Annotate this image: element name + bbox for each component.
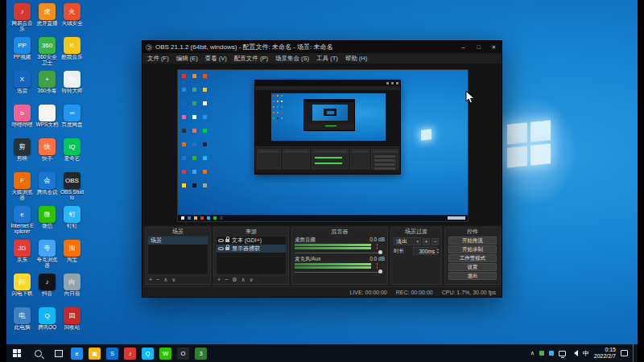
desktop-icon[interactable]: 微 微信 [35, 206, 60, 240]
volume-slider[interactable] [295, 249, 385, 256]
visibility-eye-icon[interactable] [218, 239, 224, 242]
desktop-icon[interactable]: 转 转转大师 [60, 71, 85, 105]
taskbar-app-icon[interactable]: S [106, 348, 118, 360]
scenes-toolbar-button[interactable]: − [156, 277, 159, 282]
remove-transition-button[interactable]: − [431, 238, 439, 245]
desktop-icon[interactable]: 向 向日葵 [60, 274, 85, 307]
network-icon[interactable] [559, 351, 566, 356]
control-button[interactable]: 工作室模式 [448, 254, 497, 262]
desktop-icon[interactable]: W WPS文档 [35, 105, 60, 138]
desktop-icon[interactable]: ♪ 网易云音乐 [10, 3, 35, 37]
volume-slider-knob[interactable] [378, 269, 382, 274]
sources-toolbar-button[interactable]: ⚙ [232, 277, 237, 282]
duration-value[interactable]: 300ms [413, 247, 437, 255]
task-view-button[interactable] [48, 344, 69, 362]
transition-dropdown[interactable]: 淡出 ▾ [394, 237, 421, 245]
taskbar-app-icon[interactable]: e [71, 348, 83, 360]
desktop-icon[interactable]: + 360杀毒 [35, 71, 60, 105]
taskbar-clock[interactable]: 0:15 2022/2/7 [594, 347, 616, 360]
obs-titlebar[interactable]: OBS 21.1.2 (64bit, windows) - 配置文件: 未命名 … [142, 41, 502, 53]
control-button[interactable]: 开始录制 [448, 245, 497, 253]
maximize-button[interactable]: □ [471, 41, 486, 53]
minimize-button[interactable]: – [456, 41, 471, 53]
menu-item[interactable]: 配置文件 (P) [234, 55, 268, 63]
desktop-icon[interactable]: 淘 淘宝 [60, 240, 85, 274]
lock-icon[interactable] [225, 247, 229, 250]
lock-icon[interactable] [225, 239, 229, 242]
desktop-icon[interactable]: PP PP视频 [10, 37, 35, 71]
preview-area[interactable] [142, 64, 502, 225]
desktop-icon[interactable]: 回 回收站 [60, 307, 85, 341]
source-item[interactable]: 显示器捕获 [217, 245, 286, 253]
spinner-arrows[interactable]: ▴ ▾ [437, 248, 439, 254]
taskbar-app-icon[interactable]: ♪ [124, 348, 136, 360]
desktop-icon[interactable]: K 酷我音乐 [60, 37, 85, 71]
desktop-icon[interactable]: 剪 剪映 [10, 138, 35, 172]
desktop-icon[interactable]: 火 火绒安全 [60, 3, 85, 37]
desktop-icon[interactable]: 虎 虎牙直播 [35, 3, 60, 37]
tray-app-icon[interactable] [549, 351, 554, 356]
desktop-icon[interactable]: 夸 夸克浏览器 [35, 240, 60, 274]
desktop-icon[interactable]: ♪ 抖音 [35, 274, 60, 307]
control-button[interactable]: 设置 [448, 263, 497, 271]
scenes-toolbar-button[interactable]: + [149, 277, 152, 282]
tray-expand-chevron-icon[interactable]: ∧ [530, 350, 535, 356]
live-time: LIVE: 00:00:00 [349, 290, 386, 295]
add-transition-button[interactable]: + [423, 238, 430, 245]
start-button[interactable] [6, 344, 27, 362]
sources-toolbar-button[interactable]: + [217, 277, 221, 282]
desktop-icon[interactable]: 电 此电脑 [10, 307, 35, 341]
desktop-icon[interactable]: Q 腾讯QQ [35, 307, 60, 341]
app-icon: ♪ [39, 274, 56, 290]
mixer-dock: 混音器 桌面音频 0.0 dB [291, 227, 388, 285]
desktop-icon[interactable]: 360 360安全卫士 [35, 37, 60, 71]
desktop-icon[interactable]: e Internet Explorer [10, 206, 35, 240]
tray-app-icon[interactable] [539, 351, 544, 356]
spinner-down-icon[interactable]: ▾ [437, 251, 439, 254]
taskbar-app-icon[interactable]: O [177, 348, 189, 360]
taskbar-app-icon[interactable]: 3 [195, 348, 207, 360]
desktop-icon[interactable]: OBS OBS Studio [60, 172, 85, 206]
scenes-toolbar-button[interactable]: ∨ [171, 277, 175, 282]
desktop-icon[interactable]: ∞ 百度网盘 [60, 105, 85, 138]
menu-item[interactable]: 文件 (F) [147, 55, 169, 63]
sources-toolbar-button[interactable]: ∨ [250, 277, 254, 282]
control-button[interactable]: 退出 [448, 272, 497, 280]
show-desktop-button[interactable] [633, 344, 636, 362]
action-center-icon[interactable] [621, 350, 628, 356]
volume-icon[interactable] [571, 350, 578, 356]
windows-logo-pane [507, 146, 527, 168]
close-button[interactable]: ✕ [486, 41, 502, 53]
menu-item[interactable]: 编辑 (E) [176, 55, 198, 63]
desktop-icon[interactable]: 会 腾讯会议 [35, 172, 60, 206]
desktop-icon[interactable]: F 火狐浏览器 [10, 172, 35, 206]
scenes-toolbar-button[interactable]: ∧ [163, 277, 167, 282]
control-button[interactable]: 开始推流 [448, 237, 497, 245]
duration-spinner[interactable]: 300ms ▴ ▾ [413, 247, 439, 255]
letterbox-right [638, 0, 644, 362]
source-item[interactable]: 文本 (GDI+) [217, 237, 286, 245]
desktop-icon[interactable]: 快 快手 [35, 138, 60, 172]
taskbar-app-icon[interactable]: ▣ [89, 348, 101, 360]
desktop-icon[interactable]: iQ 爱奇艺 [60, 138, 85, 172]
desktop-icon[interactable]: JD 京东 [10, 240, 35, 274]
ime-indicator[interactable]: 中 [583, 349, 589, 358]
search-button[interactable] [27, 344, 48, 362]
app-icon: 火 [64, 3, 80, 20]
sources-toolbar-button[interactable]: ∧ [241, 277, 245, 282]
volume-slider-knob[interactable] [378, 250, 382, 254]
menu-item[interactable]: 场景集合 (S) [275, 55, 309, 63]
visibility-eye-icon[interactable] [218, 247, 224, 250]
desktop-icon[interactable]: 闪 闪电下载 [10, 274, 35, 307]
taskbar-app-icon[interactable]: Q [142, 348, 154, 360]
scene-item[interactable]: 场景 [148, 237, 208, 245]
desktop-icon[interactable]: b 哔哩哔哩 [10, 105, 35, 138]
taskbar-app-icon[interactable]: W [159, 348, 171, 360]
sources-toolbar-button[interactable]: − [225, 277, 228, 282]
menu-item[interactable]: 工具 (T) [316, 55, 338, 63]
volume-slider[interactable] [295, 269, 385, 275]
menu-item[interactable]: 帮助 (H) [345, 55, 368, 63]
menu-item[interactable]: 查看 (V) [205, 55, 227, 63]
desktop-icon[interactable]: 钉 钉钉 [60, 206, 85, 240]
desktop-icon[interactable]: X 迅雷 [10, 71, 35, 105]
